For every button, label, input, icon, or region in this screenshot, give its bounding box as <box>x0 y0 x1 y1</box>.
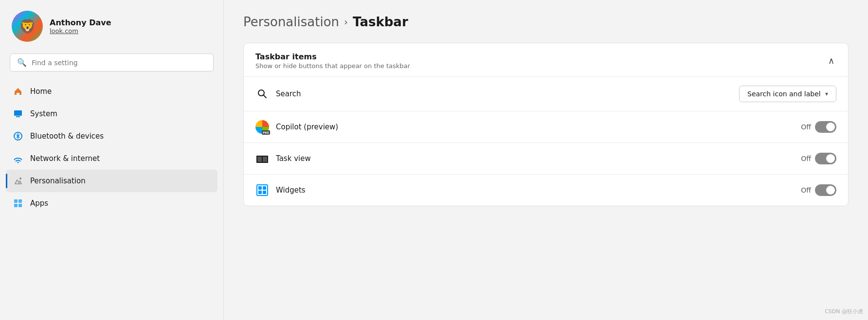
user-info: Anthony Dave look.com <box>50 18 111 35</box>
taskview-toggle-label: Off <box>801 155 811 162</box>
card-header-text: Taskbar items Show or hide buttons that … <box>255 52 410 70</box>
copilot-icon: PRE <box>255 120 269 134</box>
svg-rect-1 <box>16 116 20 117</box>
nav-list: Home System Bluetooth & devices <box>0 78 223 320</box>
collapse-button[interactable]: ∧ <box>826 53 836 68</box>
svg-rect-5 <box>14 199 18 203</box>
card-subtitle: Show or hide buttons that appear on the … <box>255 62 410 70</box>
search-icon: 🔍 <box>17 58 27 67</box>
breadcrumb-current: Taskbar <box>353 15 408 29</box>
svg-point-3 <box>18 162 19 163</box>
sidebar-item-home-label: Home <box>30 87 52 96</box>
breadcrumb: Personalisation › Taskbar <box>243 15 849 29</box>
copilot-row-icon: PRE <box>255 120 269 134</box>
svg-rect-6 <box>18 199 22 203</box>
apps-icon <box>13 198 23 209</box>
main-content: Personalisation › Taskbar Taskbar items … <box>224 0 868 320</box>
search-wrap: 🔍 <box>0 51 223 78</box>
svg-rect-8 <box>18 204 22 207</box>
svg-rect-11 <box>257 157 262 162</box>
chevron-down-icon: ▾ <box>825 90 828 97</box>
sidebar-item-personalisation[interactable]: Personalisation <box>6 170 217 192</box>
home-icon <box>13 86 23 97</box>
taskview-toggle-wrap: Off <box>801 153 836 164</box>
sidebar-item-apps-label: Apps <box>30 199 48 208</box>
taskview-row-icon <box>255 152 269 165</box>
system-icon <box>13 108 23 119</box>
setting-row-search: Search Search icon and label ▾ <box>244 77 848 111</box>
search-dropdown[interactable]: Search icon and label ▾ <box>739 86 836 102</box>
setting-row-taskview: Task view Off <box>244 143 848 175</box>
breadcrumb-parent: Personalisation <box>243 15 339 29</box>
avatar: 🦁 <box>12 11 43 42</box>
sidebar-item-system[interactable]: System <box>6 103 217 125</box>
search-row-icon <box>255 87 269 101</box>
user-name: Anthony Dave <box>50 18 111 27</box>
personalisation-icon <box>13 176 23 186</box>
sidebar-item-home[interactable]: Home <box>6 80 217 103</box>
search-input[interactable] <box>32 59 206 67</box>
copilot-row-label: Copilot (preview) <box>276 123 794 131</box>
svg-point-9 <box>258 90 264 96</box>
setting-row-widgets: Widgets Off <box>244 175 848 206</box>
search-box[interactable]: 🔍 <box>10 53 214 71</box>
widgets-toggle-wrap: Off <box>801 184 836 196</box>
sidebar-item-apps[interactable]: Apps <box>6 192 217 214</box>
bluetooth-icon <box>13 131 23 142</box>
user-email: look.com <box>50 27 111 35</box>
card-header: Taskbar items Show or hide buttons that … <box>244 43 848 77</box>
sidebar-item-network[interactable]: Network & internet <box>6 147 217 170</box>
card-title: Taskbar items <box>255 52 410 61</box>
search-row-label: Search <box>276 89 732 98</box>
taskview-toggle[interactable] <box>815 153 836 164</box>
copilot-toggle-wrap: Off <box>801 121 836 133</box>
taskview-row-label: Task view <box>276 154 794 163</box>
search-dropdown-value: Search icon and label <box>747 90 821 98</box>
widgets-icon <box>256 184 268 196</box>
sidebar: 🦁 Anthony Dave look.com 🔍 Home <box>0 0 224 320</box>
svg-point-4 <box>19 178 21 179</box>
user-profile: 🦁 Anthony Dave look.com <box>0 0 223 51</box>
copilot-toggle[interactable] <box>815 121 836 133</box>
sidebar-item-bluetooth[interactable]: Bluetooth & devices <box>6 125 217 147</box>
network-icon <box>13 153 23 164</box>
sidebar-item-personalisation-label: Personalisation <box>30 177 86 185</box>
copilot-toggle-label: Off <box>801 123 811 131</box>
svg-rect-7 <box>14 204 18 207</box>
search-row-control: Search icon and label ▾ <box>739 86 836 102</box>
widgets-row-label: Widgets <box>276 186 794 195</box>
sidebar-item-system-label: System <box>30 109 57 118</box>
taskbar-items-card: Taskbar items Show or hide buttons that … <box>243 43 849 206</box>
setting-row-copilot: PRE Copilot (preview) Off <box>244 111 848 143</box>
sidebar-item-network-label: Network & internet <box>30 154 100 163</box>
breadcrumb-chevron: › <box>344 16 348 28</box>
widgets-row-icon <box>255 183 269 197</box>
widgets-toggle-label: Off <box>801 186 811 194</box>
svg-rect-12 <box>263 157 267 162</box>
widgets-toggle[interactable] <box>815 184 836 196</box>
sidebar-item-bluetooth-label: Bluetooth & devices <box>30 132 104 141</box>
svg-rect-0 <box>14 110 22 116</box>
watermark: CSDN @狂小虎 <box>825 308 863 315</box>
